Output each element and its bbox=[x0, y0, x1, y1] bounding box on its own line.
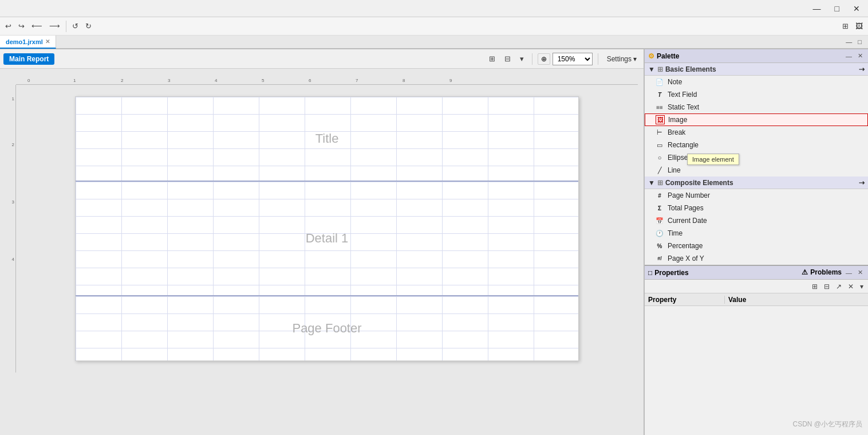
percentage-label: Percentage bbox=[668, 242, 703, 250]
toolbar-undo-btn[interactable]: ⟵ bbox=[29, 20, 45, 32]
palette-header-left: ⚙ Palette bbox=[648, 52, 679, 60]
palette-collapse-btn[interactable]: — bbox=[844, 52, 854, 60]
editor-toolbar: Main Report ⊞ ⊟ ▾ ⊕ 150% 100% 75% 50% 20… bbox=[0, 49, 644, 69]
palette-item-currentdate[interactable]: 📅 Current Date bbox=[645, 214, 868, 227]
toolbar-sep-2 bbox=[532, 53, 532, 65]
zoom-control: ⊕ 150% 100% 75% 50% 200% bbox=[538, 53, 593, 65]
problems-icon: ⚠ bbox=[802, 268, 808, 277]
settings-btn[interactable]: Settings ▾ bbox=[603, 53, 640, 65]
composite-elements-collapse-btn[interactable]: ⇢ bbox=[859, 179, 865, 187]
palette-item-percentage[interactable]: % Percentage bbox=[645, 240, 868, 252]
percentage-icon: % bbox=[655, 243, 664, 249]
right-panel: ⚙ Palette — ✕ ▼ ⊞ Basic Elements ⇢ 📄 Not… bbox=[645, 49, 868, 435]
textfield-icon: T bbox=[655, 92, 664, 98]
palette-header-right: — ✕ bbox=[844, 52, 865, 60]
statictext-icon: ≡≡ bbox=[655, 104, 664, 111]
composite-elements-icon: ⊞ bbox=[657, 179, 663, 187]
main-report-tab[interactable]: Main Report bbox=[3, 53, 54, 65]
note-label: Note bbox=[668, 78, 682, 86]
palette-item-break[interactable]: ⊢ Break bbox=[645, 126, 868, 139]
tab-bar: demo1.jrxml ✕ — □ bbox=[0, 36, 868, 49]
toolbar-rotate-left-btn[interactable]: ↺ bbox=[69, 20, 81, 32]
palette-item-ellipse[interactable]: ○ Ellipse bbox=[645, 151, 868, 164]
palette-panel: ⚙ Palette — ✕ ▼ ⊞ Basic Elements ⇢ 📄 Not… bbox=[645, 49, 868, 266]
palette-item-note[interactable]: 📄 Note bbox=[645, 76, 868, 88]
toolbar-extra-btn1[interactable]: ⊞ bbox=[839, 20, 851, 32]
palette-item-line[interactable]: ╱ Line bbox=[645, 164, 868, 177]
report-section-title: Title bbox=[76, 97, 578, 182]
toolbar-forward-btn[interactable]: ↪ bbox=[15, 20, 27, 32]
toolbar-rotate-right-btn[interactable]: ↻ bbox=[82, 20, 94, 32]
tab-close-btn[interactable]: ✕ bbox=[45, 38, 50, 45]
basic-elements-expand-icon: ▼ bbox=[648, 65, 655, 73]
title-section-label: Title bbox=[315, 131, 339, 146]
properties-header-right: ⚠ Problems — ✕ bbox=[802, 268, 865, 277]
zoom-in-btn[interactable]: ⊕ bbox=[538, 53, 550, 65]
main-layout: Main Report ⊞ ⊟ ▾ ⊕ 150% 100% 75% 50% 20… bbox=[0, 49, 868, 435]
prop-toolbar-btn5[interactable]: ▾ bbox=[858, 281, 866, 292]
editor-toolbar-left: Main Report bbox=[3, 53, 54, 65]
palette-item-totalpages[interactable]: Σ Total Pages bbox=[645, 202, 868, 214]
palette-item-rectangle[interactable]: ▭ Rectangle bbox=[645, 139, 868, 151]
tab-maximize-btn[interactable]: □ bbox=[855, 37, 865, 47]
composite-elements-header: ▼ ⊞ Composite Elements ⇢ bbox=[645, 177, 868, 189]
editor-toolbar-right: ⊞ ⊟ ▾ ⊕ 150% 100% 75% 50% 200% Settin bbox=[486, 53, 640, 65]
ellipse-label: Ellipse bbox=[668, 154, 688, 162]
canvas-scroll-area[interactable]: 0 1 2 3 4 5 6 7 8 9 1 bbox=[0, 69, 644, 435]
prop-toolbar-btn2[interactable]: ⊟ bbox=[822, 281, 832, 292]
image-tooltip: Image element bbox=[687, 154, 739, 165]
zoom-select[interactable]: 150% 100% 75% 50% 200% bbox=[553, 53, 593, 65]
canvas-row: 1 2 3 4 Title Detail 1 bbox=[6, 85, 638, 373]
dropdown-btn[interactable]: ▾ bbox=[517, 53, 527, 65]
palette-item-image[interactable]: 🖼 Image bbox=[645, 113, 868, 126]
main-toolbar: ↩ ↪ ⟵ ⟶ ↺ ↻ ⊞ 🖼 bbox=[0, 17, 868, 36]
properties-collapse-btn[interactable]: — bbox=[844, 268, 854, 277]
palette-item-statictext[interactable]: ≡≡ Static Text bbox=[645, 101, 868, 113]
tab-demo1[interactable]: demo1.jrxml ✕ bbox=[0, 36, 56, 49]
composite-elements-label: Composite Elements bbox=[665, 179, 733, 187]
title-bar-controls: — □ ✕ bbox=[810, 3, 863, 14]
pagenumber-icon: # bbox=[655, 193, 664, 199]
palette-item-time[interactable]: 🕐 Time bbox=[645, 227, 868, 240]
time-label: Time bbox=[668, 229, 682, 237]
toolbar-redo-btn[interactable]: ⟶ bbox=[46, 20, 63, 32]
detail-section-label: Detail 1 bbox=[306, 231, 349, 246]
prop-toolbar-btn3[interactable]: ↗ bbox=[834, 281, 844, 292]
ruler-horizontal: 0 1 2 3 4 5 6 7 8 9 bbox=[16, 75, 638, 85]
palette-close-btn[interactable]: ✕ bbox=[856, 52, 865, 60]
pagexofy-label: Page X of Y bbox=[668, 254, 704, 262]
totalpages-label: Total Pages bbox=[668, 204, 704, 212]
properties-close-btn[interactable]: ✕ bbox=[856, 268, 865, 277]
currentdate-label: Current Date bbox=[668, 217, 707, 225]
properties-table-header: Property Value bbox=[645, 293, 868, 306]
basic-elements-header: ▼ ⊞ Basic Elements ⇢ bbox=[645, 63, 868, 76]
editor-panel: Main Report ⊞ ⊟ ▾ ⊕ 150% 100% 75% 50% 20… bbox=[0, 49, 645, 435]
minimize-button[interactable]: — bbox=[810, 3, 824, 14]
grid-toggle-btn[interactable]: ⊞ bbox=[486, 53, 498, 65]
toolbar-extra-btn2[interactable]: 🖼 bbox=[853, 20, 866, 32]
prop-toolbar-btn4[interactable]: ✕ bbox=[846, 281, 856, 292]
close-button[interactable]: ✕ bbox=[850, 3, 863, 14]
properties-toolbar: ⊞ ⊟ ↗ ✕ ▾ bbox=[645, 280, 868, 293]
settings-arrow: ▾ bbox=[633, 55, 637, 63]
time-icon: 🕐 bbox=[655, 230, 664, 237]
composite-elements-expand-icon: ▼ bbox=[648, 179, 655, 187]
basic-elements-collapse-btn[interactable]: ⇢ bbox=[859, 65, 865, 73]
palette-item-pagenumber[interactable]: # Page Number bbox=[645, 189, 868, 202]
toolbar-separator-1 bbox=[66, 21, 66, 32]
palette-item-textfield[interactable]: T Text Field bbox=[645, 88, 868, 101]
totalpages-icon: Σ bbox=[655, 205, 664, 211]
ellipse-icon: ○ bbox=[655, 154, 664, 161]
report-canvas: Title Detail 1 Page Footer bbox=[75, 96, 579, 361]
line-label: Line bbox=[668, 166, 681, 174]
palette-item-pagexofy[interactable]: #/ Page X of Y bbox=[645, 252, 868, 265]
settings-label: Settings bbox=[607, 55, 632, 63]
snap-btn[interactable]: ⊟ bbox=[502, 53, 514, 65]
maximize-button[interactable]: □ bbox=[831, 3, 843, 14]
prop-toolbar-btn1[interactable]: ⊞ bbox=[810, 281, 820, 292]
palette-header: ⚙ Palette — ✕ bbox=[645, 49, 868, 63]
tab-minimize-btn[interactable]: — bbox=[843, 37, 855, 47]
image-label: Image bbox=[668, 116, 687, 124]
toolbar-back-btn[interactable]: ↩ bbox=[2, 20, 14, 32]
statictext-label: Static Text bbox=[668, 103, 699, 111]
